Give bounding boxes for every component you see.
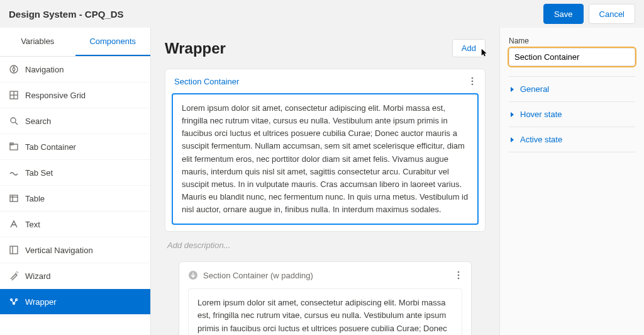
sidebar-item-tab-container[interactable]: Tab Container — [0, 134, 150, 160]
cancel-button[interactable]: Cancel — [589, 4, 635, 24]
sidebar-item-label: Tab Set — [25, 168, 53, 178]
sidebar-item-label: Wizard — [25, 271, 50, 281]
kebab-menu-icon[interactable] — [469, 76, 476, 87]
header-actions: Save Cancel — [543, 4, 635, 24]
card-header: Section Container (w padding) — [179, 262, 471, 288]
svg-point-4 — [11, 118, 16, 123]
table-icon — [9, 193, 19, 203]
wrapper-icon — [9, 297, 19, 307]
svg-rect-11 — [10, 246, 18, 254]
sidebar-item-label: Tab Container — [25, 142, 76, 152]
down-arrow-circle-icon — [188, 270, 198, 280]
svg-point-18 — [472, 84, 474, 86]
wizard-icon — [9, 271, 19, 281]
sidebar-item-search[interactable]: Search — [0, 108, 150, 134]
sidebar-item-navigation[interactable]: Navigation — [0, 57, 150, 82]
sidebar-item-label: Wrapper — [25, 297, 57, 307]
accordion-general[interactable]: General — [509, 77, 635, 102]
properties-accordion: General Hover state Active state — [509, 76, 635, 152]
card-label: Section Container (w padding) — [203, 271, 450, 280]
component-nav-list: Navigation Responsive Grid Search Tab Co… — [0, 57, 150, 335]
section-card-1[interactable]: Section Container Lorem ipsum dolor sit … — [165, 69, 486, 232]
svg-point-21 — [458, 275, 460, 276]
card-body: Lorem ipsum dolor sit amet, consectetur … — [188, 288, 462, 335]
sidebar-item-label: Text — [25, 220, 40, 229]
accordion-label: Hover state — [520, 110, 562, 119]
section-card-2[interactable]: Section Container (w padding) Lorem ipsu… — [179, 261, 472, 335]
sidebar-item-vertical-navigation[interactable]: Vertical Navigation — [0, 237, 150, 263]
card-label: Section Container — [174, 77, 239, 86]
sidebar-item-table[interactable]: Table — [0, 186, 150, 212]
sidebar-item-label: Vertical Navigation — [25, 246, 93, 255]
sidebar-item-wrapper[interactable]: Wrapper — [0, 289, 150, 315]
main-layout: Variables Components Navigation Responsi… — [0, 28, 644, 335]
sidebar-item-label: Responsive Grid — [25, 91, 86, 100]
accordion-label: General — [520, 84, 549, 94]
save-button[interactable]: Save — [543, 4, 584, 24]
chevron-right-icon — [510, 111, 515, 118]
sidebar-item-label: Table — [25, 194, 45, 203]
center-header: Wrapper Add — [165, 39, 486, 57]
tab-container-icon — [9, 142, 19, 152]
svg-point-17 — [472, 81, 474, 82]
grid-icon — [9, 90, 19, 100]
name-field-label: Name — [509, 37, 635, 45]
sidebar-item-tab-set[interactable]: Tab Set — [0, 160, 150, 186]
add-description-placeholder[interactable]: Add description... — [167, 241, 483, 250]
name-input[interactable] — [509, 48, 635, 66]
sidebar-item-label: Search — [25, 116, 51, 126]
tab-components[interactable]: Components — [75, 28, 151, 56]
sidebar-item-wizard[interactable]: Wizard — [0, 263, 150, 289]
sidebar-tabs: Variables Components — [0, 28, 150, 57]
chevron-right-icon — [510, 86, 515, 93]
kebab-menu-icon[interactable] — [455, 270, 462, 281]
sidebar-item-responsive-grid[interactable]: Responsive Grid — [0, 82, 150, 108]
sidebar-item-text[interactable]: Text — [0, 212, 150, 237]
svg-point-22 — [458, 278, 460, 280]
left-sidebar: Variables Components Navigation Responsi… — [0, 28, 151, 335]
accordion-hover-state[interactable]: Hover state — [509, 102, 635, 127]
svg-line-5 — [15, 122, 18, 125]
page-breadcrumb-title: Design System - CPQ_DS — [9, 9, 124, 20]
search-icon — [9, 116, 19, 126]
text-icon — [9, 219, 19, 229]
accordion-active-state[interactable]: Active state — [509, 127, 635, 152]
navigation-icon — [9, 64, 19, 74]
cursor-icon — [480, 48, 489, 57]
tab-variables[interactable]: Variables — [0, 28, 75, 56]
svg-rect-8 — [10, 195, 18, 202]
vertical-nav-icon — [9, 245, 19, 255]
card-body[interactable]: Lorem ipsum dolor sit amet, consectetur … — [172, 93, 479, 225]
center-canvas: Wrapper Add Section Container Lorem ipsu… — [151, 28, 499, 335]
sidebar-item-label: Navigation — [25, 65, 64, 74]
component-title: Wrapper — [165, 40, 226, 57]
top-header: Design System - CPQ_DS Save Cancel — [0, 0, 644, 28]
chevron-right-icon — [510, 137, 515, 143]
card-header: Section Container — [165, 69, 485, 91]
accordion-label: Active state — [520, 135, 562, 144]
properties-panel: Name General Hover state Active state — [499, 28, 644, 335]
svg-point-20 — [458, 271, 460, 273]
tab-set-icon — [9, 168, 19, 178]
svg-point-16 — [472, 77, 474, 79]
